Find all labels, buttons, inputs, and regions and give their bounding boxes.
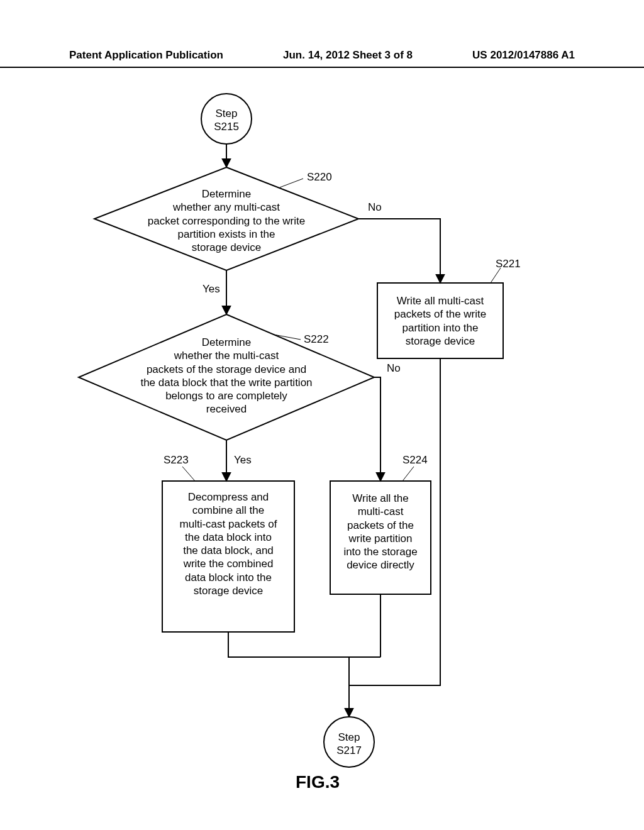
decision-s222-text: Determine whether the multi-cast packets… bbox=[140, 336, 312, 415]
process-s221-text: Write all multi-cast packets of the writ… bbox=[394, 295, 486, 347]
figure-label: FIG.3 bbox=[296, 772, 340, 792]
process-s223-text: Decompress and combine all the multi-cas… bbox=[180, 491, 277, 597]
connector-start-line1: Step bbox=[201, 107, 252, 120]
decision-s220-text: Determine whether any multi-cast packet … bbox=[148, 188, 305, 253]
connector-end-line2: S217 bbox=[324, 744, 374, 757]
connector-start: Step S215 bbox=[201, 107, 252, 134]
ref-s221: S221 bbox=[496, 258, 521, 270]
svg-line-11 bbox=[182, 467, 195, 481]
svg-line-3 bbox=[280, 179, 303, 187]
ref-s223: S223 bbox=[164, 454, 189, 467]
edge-d2-yes: Yes bbox=[234, 454, 252, 467]
ref-s220: S220 bbox=[307, 171, 332, 184]
connector-end-line1: Step bbox=[324, 731, 374, 744]
page: Patent Application Publication Jun. 14, … bbox=[0, 0, 644, 830]
connector-start-line2: S215 bbox=[201, 120, 252, 133]
process-s223: Decompress and combine all the multi-cas… bbox=[165, 490, 291, 597]
process-s224: Write all the multi-cast packets of the … bbox=[333, 492, 428, 572]
connector-end: Step S217 bbox=[324, 731, 374, 758]
edge-d1-no: No bbox=[368, 201, 382, 214]
decision-s222: Determine whether the multi-cast packets… bbox=[97, 336, 355, 416]
edge-d1-yes: Yes bbox=[203, 283, 220, 296]
svg-line-13 bbox=[402, 467, 414, 481]
ref-s222: S222 bbox=[304, 333, 329, 346]
process-s224-text: Write all the multi-cast packets of the … bbox=[343, 492, 417, 571]
ref-s224: S224 bbox=[402, 454, 428, 467]
decision-s220: Determine whether any multi-cast packet … bbox=[113, 187, 340, 254]
process-s221: Write all multi-cast packets of the writ… bbox=[380, 294, 500, 348]
edge-d2-no: No bbox=[387, 362, 401, 375]
